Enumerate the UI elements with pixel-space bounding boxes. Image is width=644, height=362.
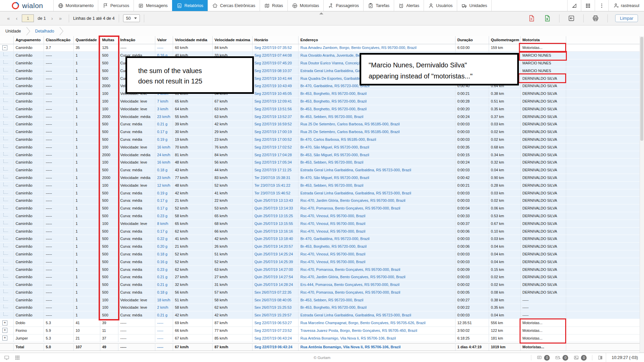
cell-valor[interactable]: ----- [155,334,173,342]
nav-item-tarefas[interactable]: Tarefas [363,0,394,11]
nav-item-monitoramento[interactable]: Monitoramento [53,0,98,11]
collapse-icon[interactable]: − [2,45,7,50]
cell-horario[interactable]: Ter 23/07/19 15:38:31 [252,174,298,182]
cell-endereco[interactable]: Rsc-470, Pomarosa, Bento Gonçalves, RS 9… [298,204,455,212]
cell-horario[interactable]: Sex 26/07/19 08:40:05 [252,296,298,304]
cell-endereco[interactable]: Rua Antônia Bonamigo, Vila Nova Ii, RS 9… [298,343,455,351]
nav-item-alertas[interactable]: Alertas [394,0,424,11]
layout-toggle-button[interactable] [595,355,606,360]
cell-horario[interactable]: Seg 22/07/19 17:11:25 [252,166,298,174]
page-number-input[interactable] [22,14,34,22]
cell-valor[interactable]: 0.18 g [155,289,173,296]
cell-horario[interactable]: Seg 22/07/19 13:52:37 [252,113,298,120]
cell-endereco[interactable]: Br-470, Carlos Barbosa, RS 95185-000, Br… [298,136,455,143]
scrollbar-thumb[interactable] [640,37,643,141]
more-menu-button[interactable] [595,0,608,11]
cell-valor[interactable]: 18 km/h [155,296,173,304]
cell-valor[interactable]: 3 km/h [155,105,173,113]
cell-horario[interactable]: Quin 25/07/19 13:15:55 [252,220,298,227]
nav-item-relatorios[interactable]: Relatórios [172,0,208,11]
vertical-scrollbar[interactable] [640,36,644,353]
cell-valor[interactable]: 23 km/h [155,113,173,120]
media-button[interactable]: 0 [571,355,589,361]
cell-horario[interactable]: Ter 23/07/19 15:46:52 [252,189,298,197]
cell-valor[interactable]: 16 km/h [155,143,173,151]
export-file-button[interactable] [564,15,579,22]
cell-endereco[interactable]: Rsc-470, Vinosul, RS 95700-000, Brazil [298,220,455,227]
cell-valor[interactable]: 0.16 g [155,258,173,265]
cell-horario[interactable]: Quin 25/07/19 13:16:16 [252,227,298,235]
cell-valor[interactable]: 23 km/h [155,174,173,182]
cell-endereco[interactable]: Br-453, Sebben, RS 95720-000, Brazil [298,181,455,189]
cell-valor[interactable]: 7 km/h [155,98,173,105]
cell-valor[interactable]: 0.19 g [155,189,173,197]
cell-endereco[interactable]: Br-470, São Miguel, RS 95720-000, Brazil [298,174,455,182]
nav-item-usuarios[interactable]: Usuários [424,0,457,11]
cell-valor[interactable]: ----- [155,44,173,52]
cell-horario[interactable]: Seg 22/07/19 10:45:05 [252,90,298,98]
cell-horario[interactable]: Quin 25/07/19 14:27:00 [252,265,298,273]
cell-horario[interactable]: Seg 22/07/19 13:51:56 [252,105,298,113]
apps-menu-button[interactable] [581,0,595,11]
cell-valor[interactable]: 16 km/h [155,159,173,166]
cell-endereco[interactable]: Ers-444, Pomarosa, Bento Gonçalves, RS 9… [298,281,455,289]
cell-horario[interactable]: Seg 22/07/19 06:43:24 [252,334,298,342]
cell-endereco[interactable]: Rsc-470, Vinosul, RS 95700-000, Brazil [298,212,455,220]
cell-valor[interactable]: 0.21 g [155,281,173,289]
cell-endereco[interactable]: Estrada Geral Linha Garibaldina, Garibal… [298,311,455,319]
collapse-panel-arrow-icon[interactable] [319,12,323,14]
cell-endereco[interactable]: Br-453, Borghetto, RS 95720-000, Brazil [298,105,455,113]
cell-horario[interactable]: Quin 25/07/19 13:13:43 [252,197,298,204]
cell-valor[interactable]: 0.20 g [155,243,173,250]
cell-valor[interactable]: 0.21 g [155,120,173,128]
measure-tool-button[interactable] [567,0,581,11]
page-size-select[interactable]: 50 [123,14,140,22]
cell-endereco[interactable]: Br-470, Garibaldina, RS 95723-000, Brazi… [298,235,455,243]
cell-horario[interactable]: Quin 25/07/19 14:25:24 [252,250,298,258]
cell-endereco[interactable]: Br-453, Sebben, RS 95720-000, Brazil [298,296,455,304]
messages-button[interactable]: 0 [552,355,571,361]
cell-horario[interactable]: Sex 26/07/19 15:29:57 [252,311,298,319]
cell-horario[interactable]: Seg 22/07/19 07:44:08 [252,52,298,59]
cell-horario[interactable]: Seg 22/07/19 17:05:34 [252,159,298,166]
cell-horario[interactable]: Quin 25/07/19 13:14:33 [252,204,298,212]
cell-endereco[interactable]: Br-453, Sebben, RS 95720-000, Brazil [298,159,455,166]
cell-valor[interactable]: 0.17 g [155,128,173,136]
cell-horario[interactable]: Quin 25/07/19 14:25:39 [252,258,298,265]
export-pdf-button[interactable] [524,15,539,22]
cell-horario[interactable]: Seg 22/07/19 10:43:49 [252,82,298,90]
cell-endereco[interactable]: Estrada Geral Linha Garibaldina, Garibal… [298,166,455,174]
nav-item-rotas[interactable]: Rotas [260,0,287,11]
cell-endereco[interactable]: Br-453, Sebben, RS 95720-000, Brazil [298,113,455,120]
cell-valor[interactable]: 0.23 g [155,265,173,273]
cell-horario[interactable]: Seg 22/07/19 07:45:20 [252,59,298,67]
cell-horario[interactable]: Seg 22/07/19 10:41:44 [252,74,298,82]
nav-item-percursos[interactable]: Percursos [98,0,133,11]
cell-valor[interactable]: 2 km/h [155,304,173,311]
cell-valor[interactable]: 0.17 g [155,197,173,204]
cell-valor[interactable]: 8 km/h [155,220,173,227]
cell-endereco[interactable]: Br-453, São Miguel, RS 95720-000, Brazil [298,151,455,159]
cell-endereco[interactable]: Rua Amadeu Zambom, Borgo, Bento Gonçalve… [298,44,455,52]
cell-endereco[interactable]: Rsc-470, Pomarosa, Bento Gonçalves, RS 9… [298,289,455,296]
grid-icon[interactable] [15,355,20,360]
cell-horario[interactable]: Seg 22/07/19 17:00:52 [252,136,298,143]
cell-endereco[interactable]: Rua 25 De Setembro, Carlos Barbosa, RS 9… [298,128,455,136]
cell-valor[interactable]: 0.19 g [155,136,173,143]
breadcrumb-detalhado[interactable]: Detalhado [35,29,54,34]
cell-valor[interactable]: ----- [155,326,173,334]
expand-icon[interactable]: + [2,320,7,325]
cell-endereco[interactable]: Rsc-470, Jardim Glória, Bento Gonçalves,… [298,197,455,204]
cell-endereco[interactable]: Rua Marcelino Champagnat, Borgo, Bento G… [298,319,455,327]
cell-horario[interactable]: Quin 25/07/19 13:18:40 [252,235,298,243]
nav-item-unidades[interactable]: Unidades [457,0,492,11]
cell-endereco[interactable]: Rsc-470, Pomarosa, Bento Gonçalves, RS 9… [298,265,455,273]
cell-valor[interactable]: 0.17 g [155,227,173,235]
cell-endereco[interactable]: Rua 25 De Setembro, Carlos Barbosa, RS 9… [298,120,455,128]
cell-endereco[interactable]: Rsc-470, Vinosul, RS 95700-000, Brazil [298,227,455,235]
prev-page-button[interactable]: ‹ [13,15,20,21]
cell-horario[interactable]: Seg 22/07/19 16:59:52 [252,120,298,128]
next-page-button[interactable]: › [48,15,56,21]
cell-horario[interactable]: Seg 22/07/19 06:53:27 [252,319,298,327]
cell-endereco[interactable]: Br-470, São Miguel, RS 95720-000, Brazil [298,143,455,151]
